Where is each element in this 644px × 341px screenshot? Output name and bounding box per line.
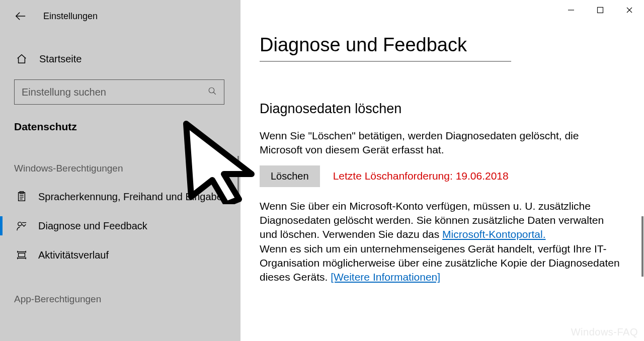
- svg-line-6: [213, 92, 216, 95]
- section-title: Diagnosedaten löschen: [260, 101, 627, 117]
- watermark: Windows-FAQ: [571, 326, 638, 338]
- content-pane: Diagnose und Feedback Diagnosedaten lösc…: [240, 0, 644, 341]
- feedback-icon: [15, 220, 28, 231]
- search-placeholder: Einstellung suchen: [22, 87, 106, 98]
- search-icon: [208, 87, 217, 98]
- svg-point-5: [209, 88, 214, 93]
- sidebar-item-speech[interactable]: Spracherkennung, Freihand und Eingabe: [0, 182, 240, 211]
- sidebar-item-label: Aktivitätsverlauf: [38, 249, 109, 261]
- history-icon: [15, 249, 28, 261]
- sidebar-scrollbar[interactable]: [237, 156, 239, 196]
- svg-rect-15: [19, 253, 25, 257]
- intro-text: Wenn Sie "Löschen" betätigen, werden Dia…: [260, 129, 622, 157]
- sidebar-home[interactable]: Startseite: [0, 45, 240, 72]
- last-delete-label: Letzte Löschanforderung: 19.06.2018: [333, 170, 509, 182]
- sidebar-group-windows: Windows-Berechtigungen: [0, 163, 240, 174]
- clipboard-icon: [15, 191, 28, 202]
- sidebar-item-diagnostics[interactable]: Diagnose und Feedback: [0, 211, 240, 240]
- more-info-link[interactable]: [Weitere Informationen]: [331, 271, 440, 283]
- home-icon: [15, 53, 28, 64]
- page-title: Diagnose und Feedback: [260, 34, 511, 62]
- microsoft-account-portal-link[interactable]: Microsoft-Kontoportal.: [442, 228, 545, 240]
- content-scrollbar[interactable]: [641, 216, 643, 277]
- sidebar-home-label: Startseite: [39, 53, 82, 65]
- sidebar-item-label: Spracherkennung, Freihand und Eingabe: [38, 191, 222, 203]
- back-button[interactable]: [14, 11, 27, 22]
- account-portal-text: Wenn Sie über ein Microsoft-Konto verfüg…: [260, 199, 622, 285]
- sidebar-section: Datenschutz: [0, 121, 240, 133]
- window-title: Einstellungen: [43, 11, 98, 22]
- para2a-text: Wenn Sie über ein Microsoft-Konto verfüg…: [260, 200, 604, 240]
- sidebar-group-apps: App-Berechtigungen: [0, 294, 240, 305]
- search-input[interactable]: Einstellung suchen: [14, 79, 224, 105]
- sidebar: Einstellungen Startseite Einstellung suc…: [0, 0, 240, 341]
- sidebar-item-label: Diagnose und Feedback: [38, 220, 147, 232]
- delete-button[interactable]: Löschen: [260, 165, 320, 187]
- svg-point-12: [18, 222, 22, 226]
- sidebar-item-activity[interactable]: Aktivitätsverlauf: [0, 240, 240, 270]
